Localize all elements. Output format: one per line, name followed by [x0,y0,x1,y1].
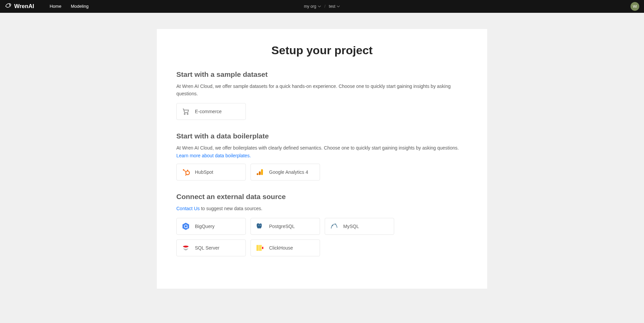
svg-point-3 [183,169,184,171]
svg-rect-22 [262,247,263,249]
svg-rect-19 [257,245,258,251]
section-boilerplate-desc: At Wren AI Cloud, we offer boilerplates … [176,144,468,152]
setup-panel: Setup your project Start with a sample d… [157,29,487,289]
link-learn-boilerplates[interactable]: Learn more about data boilerplates. [176,153,251,158]
section-sample-heading: Start with a sample dataset [176,70,468,78]
brand-name: WrenAI [14,3,34,10]
breadcrumb-org-label: my org [304,4,316,9]
card-ga4[interactable]: Google Analytics 4 [251,164,320,181]
svg-marker-13 [182,223,189,230]
card-bigquery[interactable]: BigQuery [176,218,246,235]
page-title: Setup your project [176,44,468,57]
brand-logo[interactable]: WrenAI [5,2,34,11]
link-contact-us[interactable]: Contact Us [176,206,200,211]
card-clickhouse-label: ClickHouse [269,245,293,251]
wren-bird-icon [5,2,12,11]
svg-point-0 [9,4,10,4]
postgresql-icon [256,222,264,231]
breadcrumb-project-label: test [329,4,335,9]
sqlserver-icon [181,244,190,252]
section-sample-desc: At Wren AI Cloud, we offer sample datase… [176,83,468,98]
card-sqlserver[interactable]: SQL Server [176,239,246,256]
card-clickhouse[interactable]: ClickHouse [251,239,320,256]
card-ecommerce[interactable]: E-commerce [176,103,246,120]
svg-line-9 [186,174,186,174]
breadcrumb-separator: / [324,4,325,9]
svg-point-1 [184,114,185,115]
main-nav: Home Modeling [50,0,88,13]
shopping-cart-icon [181,107,190,116]
breadcrumb: my org / test [304,4,340,9]
svg-point-2 [187,114,188,115]
nav-modeling[interactable]: Modeling [71,0,89,13]
svg-point-17 [260,225,261,225]
mysql-icon [330,222,339,231]
svg-point-18 [332,225,333,226]
section-sample-dataset: Start with a sample dataset At Wren AI C… [176,70,468,120]
google-analytics-icon [256,168,264,176]
section-external-heading: Connect an external data source [176,193,468,201]
avatar[interactable]: WI [631,2,639,11]
svg-rect-10 [261,169,263,175]
breadcrumb-project[interactable]: test [329,4,340,9]
svg-rect-21 [260,245,261,251]
section-external-suffix: to suggest new data sources. [200,206,262,211]
card-hubspot[interactable]: HubSpot [176,164,246,181]
card-postgres-label: PostgreSQL [269,224,295,229]
svg-line-5 [184,170,186,172]
section-external-desc: Contact Us to suggest new data sources. [176,205,468,212]
card-sqlserver-label: SQL Server [195,245,219,251]
chevron-down-icon [318,5,321,8]
section-boilerplate: Start with a data boilerplate At Wren AI… [176,132,468,181]
card-ga4-label: Google Analytics 4 [269,169,308,175]
chevron-down-icon [337,5,340,8]
card-postgres[interactable]: PostgreSQL [251,218,320,235]
svg-rect-20 [259,245,260,251]
svg-point-16 [259,225,259,225]
bigquery-icon [181,222,190,231]
card-hubspot-label: HubSpot [195,169,213,175]
section-boilerplate-heading: Start with a data boilerplate [176,132,468,140]
nav-home[interactable]: Home [50,0,61,13]
card-bigquery-label: BigQuery [195,224,214,229]
svg-point-12 [257,173,258,175]
section-external: Connect an external data source Contact … [176,193,468,256]
breadcrumb-org[interactable]: my org [304,4,321,9]
card-ecommerce-label: E-commerce [195,109,222,114]
top-navbar: WrenAI Home Modeling my org / test WI [0,0,644,13]
card-mysql-label: MySQL [343,224,359,229]
svg-rect-11 [259,171,261,175]
avatar-initials: WI [633,5,637,8]
hubspot-icon [181,168,190,176]
card-mysql[interactable]: MySQL [325,218,394,235]
clickhouse-icon [256,244,264,252]
